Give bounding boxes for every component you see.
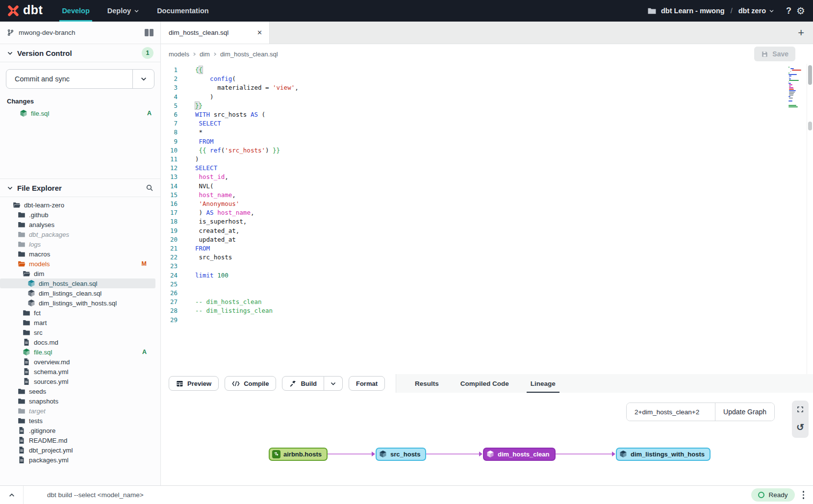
preview-button[interactable]: Preview [169,376,219,391]
compile-button[interactable]: Compile [225,376,276,391]
lineage-node-dim_listings_with_hosts[interactable]: dim_listings_with_hosts [616,448,711,461]
nav-tab-documentation[interactable]: Documentation [154,0,211,22]
tree-item[interactable]: target [0,406,155,416]
tree-item-label: packages.yml [29,456,69,464]
tab-results[interactable]: Results [413,374,441,393]
minimap[interactable] [788,67,804,109]
kebab-menu-icon[interactable] [795,491,813,499]
expand-panel-chevron-icon[interactable] [0,486,24,504]
file-icon [23,368,30,376]
tree-item[interactable]: fct [0,308,155,318]
breadcrumb-item[interactable]: dim_hosts_clean.sql [220,50,278,58]
folder-icon [23,319,30,327]
line-number: 28 [161,306,178,315]
code-line: {{ ref('src_hosts') }} [195,146,813,155]
code-line: * [195,128,813,137]
nav-tab-deploy[interactable]: Deploy [105,0,142,22]
chevron-down-icon [769,8,774,14]
tree-item[interactable]: packages.yml [0,455,155,465]
tree-item[interactable]: schema.yml [0,367,155,377]
tab-lineage[interactable]: Lineage [529,374,558,393]
tree-item[interactable]: dim_hosts_clean.sql [0,278,155,288]
version-control-header[interactable]: Version Control 1 [0,44,160,62]
lineage-node-dim_hosts_clean[interactable]: dim_hosts_clean [483,448,556,461]
dbt-logo[interactable]: dbt [7,4,43,18]
docs-book-icon[interactable] [145,29,153,36]
tab-compiled-code[interactable]: Compiled Code [458,374,511,393]
breadcrumb: modelsdimdim_hosts_clean.sql [169,50,278,58]
branch-row[interactable]: mwong-dev-branch [0,22,160,44]
tree-item[interactable]: modelsM [0,259,155,269]
file-explorer-header[interactable]: File Explorer [0,179,160,197]
build-button[interactable]: Build [282,376,324,391]
tree-item[interactable]: src [0,328,155,337]
model-cube-icon [379,450,387,458]
code-editor[interactable]: 1234567891011121314151617181920212223242… [161,64,813,374]
line-number: 25 [161,280,178,289]
tree-item[interactable]: dbt_packages [0,229,155,239]
line-number: 17 [161,208,178,217]
editor-tabbar: dim_hosts_clean.sql ✕ + [161,22,813,44]
reset-view-icon[interactable]: ↺ [796,423,804,432]
tree-item[interactable]: README.md [0,435,155,445]
project-name[interactable]: dbt Learn - mwong [661,7,725,15]
tree-item[interactable]: dim_listings_with_hosts.sql [0,298,155,308]
file-icon [23,378,30,385]
tree-item[interactable]: overview.md [0,357,155,367]
code-content[interactable]: {{ config( materialized = 'view', )}}WIT… [183,64,813,374]
save-button[interactable]: Save [754,47,795,61]
environment-selector[interactable]: dbt zero [738,7,774,15]
tree-item[interactable]: mart [0,318,155,328]
breadcrumb-item[interactable]: models [169,50,189,58]
editor-scrollbar[interactable] [807,64,813,374]
line-number: 21 [161,244,178,253]
branch-name: mwong-dev-branch [19,29,76,36]
nav-tab-develop[interactable]: Develop [59,0,92,22]
format-button[interactable]: Format [349,376,385,391]
project-folder-icon [648,7,656,15]
folder-icon [18,221,25,228]
tree-item-label: fct [34,309,41,317]
tree-item[interactable]: logs [0,239,155,249]
breadcrumb-item[interactable]: dim [200,50,210,58]
update-graph-button[interactable]: Update Graph [715,403,774,421]
fullscreen-icon[interactable] [796,405,804,415]
help-icon[interactable]: ? [786,6,791,16]
settings-gear-icon[interactable]: ⚙ [796,6,805,16]
search-icon[interactable] [146,184,153,192]
code-line: -- dim_listings_clean [195,306,813,315]
lineage-node-airbnb.hosts[interactable]: airbnb.hosts [269,448,328,461]
breadcrumb-chevron-icon [213,50,217,58]
code-line: -- dim_hosts_clean [195,298,813,306]
tree-item[interactable]: file.sqlA [0,347,155,357]
editor-tab[interactable]: dim_hosts_clean.sql ✕ [161,22,270,44]
build-options-chevron[interactable] [324,376,343,391]
lineage-node-src_hosts[interactable]: src_hosts [376,448,426,461]
tree-item-label: dbt_project.yml [29,447,73,454]
tree-item[interactable]: dbt-learn-zero [0,200,155,210]
tree-item[interactable]: .github [0,210,155,220]
breadcrumb-chevron-icon [192,50,197,58]
changed-file-name: file.sql [31,110,49,117]
tree-item[interactable]: analyses [0,220,155,229]
commit-and-sync-button[interactable]: Commit and sync [6,69,154,89]
scrollbar-thumb[interactable] [808,65,812,85]
line-number: 18 [161,217,178,226]
tree-item[interactable]: macros [0,249,155,259]
tree-item[interactable]: dbt_project.yml [0,445,155,455]
tree-item[interactable]: dim_listings_clean.sql [0,288,155,298]
tree-item[interactable]: dim [0,269,155,278]
changed-file-row[interactable]: file.sqlA [6,108,154,119]
minimap-viewport[interactable] [808,122,812,130]
tree-item[interactable]: snapshots [0,396,155,406]
tree-item[interactable]: docs.md [0,337,155,347]
commit-options-chevron[interactable] [132,70,154,88]
tree-item[interactable]: sources.yml [0,377,155,386]
lineage-selector-input[interactable] [627,403,715,421]
new-tab-icon[interactable]: + [789,26,813,39]
tree-item[interactable]: tests [0,416,155,426]
tree-item[interactable]: seeds [0,386,155,396]
tree-item[interactable]: .gitignore [0,426,155,435]
close-tab-icon[interactable]: ✕ [257,29,262,36]
command-input[interactable]: dbt build --select <model_name> [24,491,751,499]
